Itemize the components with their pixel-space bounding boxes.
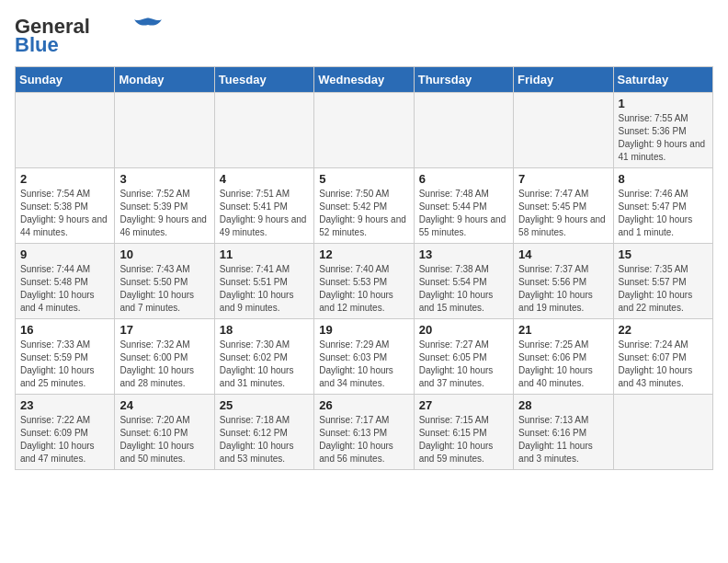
calendar-cell: 5Sunrise: 7:50 AM Sunset: 5:42 PM Daylig… [314,168,414,244]
logo: General Blue [15,15,162,57]
day-detail: Sunrise: 7:30 AM Sunset: 6:02 PM Dayligh… [220,339,309,390]
day-detail: Sunrise: 7:52 AM Sunset: 5:39 PM Dayligh… [119,188,209,239]
calendar-week-row: 1Sunrise: 7:55 AM Sunset: 5:36 PM Daylig… [16,93,713,168]
day-detail: Sunrise: 7:54 AM Sunset: 5:38 PM Dayligh… [20,188,109,239]
day-number: 13 [419,247,508,261]
day-detail: Sunrise: 7:51 AM Sunset: 5:41 PM Dayligh… [220,188,309,239]
day-detail: Sunrise: 7:33 AM Sunset: 5:59 PM Dayligh… [20,339,109,390]
day-detail: Sunrise: 7:22 AM Sunset: 6:09 PM Dayligh… [20,414,109,465]
day-detail: Sunrise: 7:29 AM Sunset: 6:03 PM Dayligh… [319,339,408,390]
day-detail: Sunrise: 7:46 AM Sunset: 5:47 PM Dayligh… [619,188,708,239]
day-number: 14 [518,247,608,261]
calendar-cell: 19Sunrise: 7:29 AM Sunset: 6:03 PM Dayli… [314,319,414,395]
calendar-cell: 7Sunrise: 7:47 AM Sunset: 5:45 PM Daylig… [514,168,613,244]
day-number: 20 [419,323,508,337]
day-detail: Sunrise: 7:15 AM Sunset: 6:15 PM Dayligh… [419,414,508,465]
day-detail: Sunrise: 7:43 AM Sunset: 5:50 PM Dayligh… [119,263,209,315]
day-number: 17 [119,323,209,337]
calendar-week-row: 2Sunrise: 7:54 AM Sunset: 5:38 PM Daylig… [16,168,713,244]
day-detail: Sunrise: 7:18 AM Sunset: 6:12 PM Dayligh… [220,414,309,465]
weekday-header-monday: Monday [115,67,214,93]
calendar-cell: 26Sunrise: 7:17 AM Sunset: 6:13 PM Dayli… [314,395,414,470]
day-detail: Sunrise: 7:35 AM Sunset: 5:57 PM Dayligh… [619,263,708,315]
calendar-cell: 24Sunrise: 7:20 AM Sunset: 6:10 PM Dayli… [115,395,214,470]
calendar-cell [115,93,214,168]
calendar-cell: 23Sunrise: 7:22 AM Sunset: 6:09 PM Dayli… [16,395,115,470]
logo-blue-text: Blue [15,33,59,57]
calendar-cell [314,93,414,168]
day-number: 25 [220,398,309,412]
calendar-header-row: SundayMondayTuesdayWednesdayThursdayFrid… [16,67,713,93]
day-number: 21 [518,323,608,337]
weekday-header-saturday: Saturday [613,67,712,93]
day-detail: Sunrise: 7:27 AM Sunset: 6:05 PM Dayligh… [419,339,508,390]
day-detail: Sunrise: 7:40 AM Sunset: 5:53 PM Dayligh… [319,263,408,315]
day-detail: Sunrise: 7:25 AM Sunset: 6:06 PM Dayligh… [518,339,608,390]
calendar-week-row: 9Sunrise: 7:44 AM Sunset: 5:48 PM Daylig… [16,244,713,319]
calendar-cell: 20Sunrise: 7:27 AM Sunset: 6:05 PM Dayli… [414,319,513,395]
calendar-cell [613,395,712,470]
calendar-cell: 1Sunrise: 7:55 AM Sunset: 5:36 PM Daylig… [613,93,712,168]
calendar-cell: 22Sunrise: 7:24 AM Sunset: 6:07 PM Dayli… [613,319,712,395]
day-number: 26 [319,398,408,412]
day-number: 1 [619,97,708,110]
day-number: 22 [619,323,708,337]
calendar-cell: 4Sunrise: 7:51 AM Sunset: 5:41 PM Daylig… [214,168,313,244]
weekday-header-friday: Friday [514,67,613,93]
day-number: 12 [319,247,408,261]
day-detail: Sunrise: 7:32 AM Sunset: 6:00 PM Dayligh… [119,339,209,390]
calendar-cell: 27Sunrise: 7:15 AM Sunset: 6:15 PM Dayli… [414,395,513,470]
calendar-week-row: 23Sunrise: 7:22 AM Sunset: 6:09 PM Dayli… [16,395,713,470]
day-number: 7 [518,172,608,186]
logo-bird-icon [134,17,162,33]
day-detail: Sunrise: 7:37 AM Sunset: 5:56 PM Dayligh… [518,263,608,315]
calendar-cell: 17Sunrise: 7:32 AM Sunset: 6:00 PM Dayli… [115,319,214,395]
day-number: 3 [119,172,209,186]
day-number: 24 [119,398,209,412]
day-number: 19 [319,323,408,337]
calendar-cell: 6Sunrise: 7:48 AM Sunset: 5:44 PM Daylig… [414,168,513,244]
page-header: General Blue [15,15,713,57]
calendar-cell: 13Sunrise: 7:38 AM Sunset: 5:54 PM Dayli… [414,244,513,319]
calendar-cell: 8Sunrise: 7:46 AM Sunset: 5:47 PM Daylig… [613,168,712,244]
calendar-cell: 16Sunrise: 7:33 AM Sunset: 5:59 PM Dayli… [16,319,115,395]
calendar-cell [414,93,513,168]
weekday-header-tuesday: Tuesday [214,67,313,93]
calendar-cell: 9Sunrise: 7:44 AM Sunset: 5:48 PM Daylig… [16,244,115,319]
day-detail: Sunrise: 7:55 AM Sunset: 5:36 PM Dayligh… [619,112,708,164]
calendar-cell: 28Sunrise: 7:13 AM Sunset: 6:16 PM Dayli… [514,395,613,470]
day-detail: Sunrise: 7:47 AM Sunset: 5:45 PM Dayligh… [518,188,608,239]
day-number: 15 [619,247,708,261]
day-number: 5 [319,172,408,186]
day-number: 27 [419,398,508,412]
calendar-table: SundayMondayTuesdayWednesdayThursdayFrid… [15,66,713,470]
day-number: 23 [20,398,109,412]
day-number: 9 [20,247,109,261]
day-detail: Sunrise: 7:44 AM Sunset: 5:48 PM Dayligh… [20,263,109,315]
calendar-cell: 12Sunrise: 7:40 AM Sunset: 5:53 PM Dayli… [314,244,414,319]
day-number: 11 [220,247,309,261]
calendar-cell: 18Sunrise: 7:30 AM Sunset: 6:02 PM Dayli… [214,319,313,395]
day-number: 6 [419,172,508,186]
day-number: 10 [119,247,209,261]
calendar-cell: 25Sunrise: 7:18 AM Sunset: 6:12 PM Dayli… [214,395,313,470]
calendar-cell: 11Sunrise: 7:41 AM Sunset: 5:51 PM Dayli… [214,244,313,319]
calendar-cell: 15Sunrise: 7:35 AM Sunset: 5:57 PM Dayli… [613,244,712,319]
day-number: 4 [220,172,309,186]
calendar-cell: 10Sunrise: 7:43 AM Sunset: 5:50 PM Dayli… [115,244,214,319]
weekday-header-wednesday: Wednesday [314,67,414,93]
day-number: 28 [518,398,608,412]
calendar-cell: 2Sunrise: 7:54 AM Sunset: 5:38 PM Daylig… [16,168,115,244]
weekday-header-sunday: Sunday [16,67,115,93]
calendar-cell [514,93,613,168]
day-number: 16 [20,323,109,337]
day-detail: Sunrise: 7:50 AM Sunset: 5:42 PM Dayligh… [319,188,408,239]
calendar-cell: 14Sunrise: 7:37 AM Sunset: 5:56 PM Dayli… [514,244,613,319]
calendar-week-row: 16Sunrise: 7:33 AM Sunset: 5:59 PM Dayli… [16,319,713,395]
day-detail: Sunrise: 7:24 AM Sunset: 6:07 PM Dayligh… [619,339,708,390]
day-number: 2 [20,172,109,186]
day-detail: Sunrise: 7:17 AM Sunset: 6:13 PM Dayligh… [319,414,408,465]
day-number: 18 [220,323,309,337]
day-detail: Sunrise: 7:20 AM Sunset: 6:10 PM Dayligh… [119,414,209,465]
calendar-cell: 3Sunrise: 7:52 AM Sunset: 5:39 PM Daylig… [115,168,214,244]
